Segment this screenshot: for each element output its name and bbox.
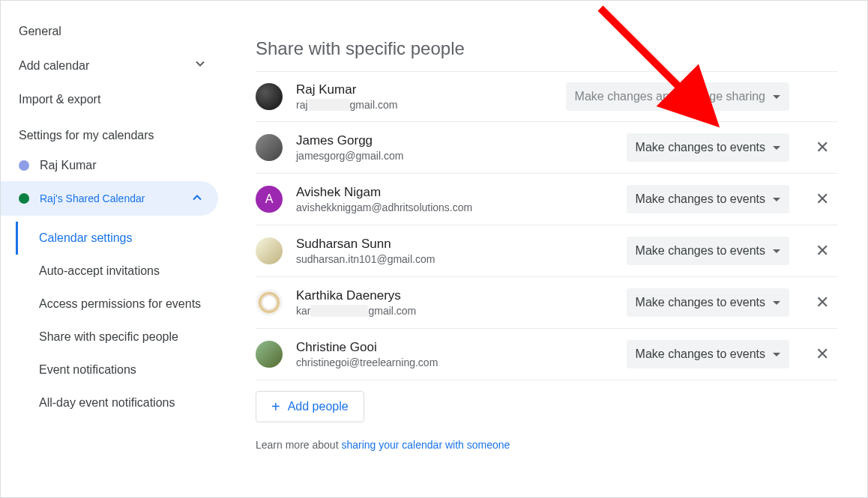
close-icon: ✕	[816, 138, 829, 157]
caret-down-icon	[773, 353, 780, 356]
person-info: Christine Gooi christinegoi@treelearning…	[296, 340, 613, 368]
person-email: jamesgorg@gmail.com	[296, 150, 613, 162]
avatar-letter: A	[265, 192, 274, 206]
calendar-name: Raj's Shared Calendar	[40, 192, 145, 204]
sub-calendar-settings[interactable]: Calendar settings	[16, 222, 226, 255]
person-info: Avishek Nigam avishekkniggam@adhritsolut…	[296, 185, 613, 213]
person-info: Sudharsan Sunn sudharsan.itn101@gmail.co…	[296, 237, 613, 265]
person-name: Avishek Nigam	[296, 185, 613, 200]
sidebar-import-export[interactable]: Import & export	[1, 84, 226, 115]
remove-person-button[interactable]: ✕	[807, 236, 837, 266]
learn-more-text: Learn more about sharing your calendar w…	[256, 439, 837, 451]
avatar: A	[256, 186, 283, 213]
sidebar-settings-heading: Settings for my calendars	[1, 115, 226, 150]
permission-dropdown[interactable]: Make changes to events	[627, 237, 789, 265]
permission-dropdown[interactable]: Make changes to events	[627, 133, 789, 162]
caret-down-icon	[773, 146, 780, 150]
person-info: Karthika Daenerys karxxxxxxxxxxxgmail.co…	[296, 288, 613, 317]
permission-label: Make changes to events	[636, 244, 765, 258]
person-info: Raj Kumar rajxxxxxxxxgmail.com	[296, 82, 552, 111]
person-email: avishekkniggam@adhritsolutions.com	[296, 201, 613, 213]
remove-person-button[interactable]: ✕	[807, 288, 837, 318]
permission-dropdown: Make changes and manage sharing	[566, 82, 789, 111]
permission-dropdown[interactable]: Make changes to events	[627, 288, 789, 317]
person-name: Sudharsan Sunn	[296, 237, 613, 252]
sidebar-general[interactable]: General	[1, 16, 226, 47]
calendar-sub-settings: Calendar settings Auto-accept invitation…	[16, 216, 226, 419]
plus-icon: +	[271, 399, 280, 414]
calendar-name: Raj Kumar	[40, 159, 97, 172]
person-row: James Gorgg jamesgorg@gmail.com Make cha…	[256, 121, 837, 173]
person-name: Karthika Daenerys	[296, 288, 613, 303]
permission-label: Make changes and manage sharing	[575, 90, 765, 103]
person-info: James Gorgg jamesgorg@gmail.com	[296, 133, 613, 162]
main-content: Share with specific people Raj Kumar raj…	[226, 1, 867, 497]
calendar-color-dot	[19, 193, 29, 204]
sub-auto-accept[interactable]: Auto-accept invitations	[18, 255, 226, 288]
permission-label: Make changes to events	[636, 141, 765, 154]
person-row: A Avishek Nigam avishekkniggam@adhritsol…	[256, 173, 837, 225]
section-heading: Share with specific people	[256, 38, 837, 59]
person-email: karxxxxxxxxxxxgmail.com	[296, 305, 613, 317]
sub-access-permissions[interactable]: Access permissions for events	[18, 288, 226, 321]
person-name: James Gorgg	[296, 133, 613, 148]
learn-more-link[interactable]: sharing your calendar with someone	[341, 439, 510, 451]
close-icon: ✕	[816, 241, 829, 261]
caret-down-icon	[773, 198, 780, 201]
sidebar-general-label: General	[19, 25, 61, 38]
person-name: Raj Kumar	[296, 82, 552, 97]
remove-person-button[interactable]: ✕	[807, 184, 837, 214]
permission-dropdown[interactable]: Make changes to events	[627, 185, 789, 213]
person-row: Sudharsan Sunn sudharsan.itn101@gmail.co…	[256, 225, 837, 276]
sub-share-specific[interactable]: Share with specific people	[18, 321, 226, 353]
person-email: christinegoi@treelearning.com	[296, 356, 613, 368]
avatar	[256, 134, 283, 161]
add-people-button[interactable]: + Add people	[256, 391, 364, 422]
caret-down-icon	[773, 249, 780, 253]
settings-sidebar: General Add calendar Import & export Set…	[1, 1, 226, 497]
permission-label: Make changes to events	[636, 296, 765, 309]
add-people-label: Add people	[288, 400, 349, 413]
avatar	[256, 237, 283, 264]
chevron-up-icon	[190, 190, 205, 207]
person-row: Raj Kumar rajxxxxxxxxgmail.com Make chan…	[256, 71, 837, 121]
sidebar-calendar-shared-selected[interactable]: Raj's Shared Calendar	[1, 181, 218, 216]
remove-person-button[interactable]: ✕	[807, 339, 837, 369]
person-name: Christine Gooi	[296, 340, 613, 355]
avatar	[256, 341, 283, 368]
calendar-color-dot	[19, 160, 29, 171]
avatar	[256, 289, 283, 316]
close-icon: ✕	[816, 293, 829, 312]
permission-label: Make changes to events	[636, 192, 765, 206]
chevron-down-icon	[193, 56, 208, 75]
person-email: sudharsan.itn101@gmail.com	[296, 253, 613, 265]
sub-event-notifications[interactable]: Event notifications	[18, 353, 226, 386]
person-row: Christine Gooi christinegoi@treelearning…	[256, 328, 837, 380]
avatar	[256, 83, 283, 110]
sidebar-add-calendar[interactable]: Add calendar	[1, 47, 226, 84]
sidebar-calendar-raj-kumar[interactable]: Raj Kumar	[1, 150, 226, 181]
permission-label: Make changes to events	[636, 347, 765, 361]
sub-allday-notifications[interactable]: All-day event notifications	[18, 386, 226, 419]
permission-dropdown[interactable]: Make changes to events	[627, 340, 789, 368]
person-email: rajxxxxxxxxgmail.com	[296, 99, 552, 111]
caret-down-icon	[773, 95, 780, 99]
close-icon: ✕	[816, 189, 829, 209]
sidebar-add-calendar-label: Add calendar	[19, 59, 89, 73]
caret-down-icon	[773, 301, 780, 305]
close-icon: ✕	[816, 344, 829, 364]
person-row: Karthika Daenerys karxxxxxxxxxxxgmail.co…	[256, 276, 837, 328]
remove-person-button[interactable]: ✕	[807, 133, 837, 163]
sidebar-import-export-label: Import & export	[19, 93, 100, 106]
